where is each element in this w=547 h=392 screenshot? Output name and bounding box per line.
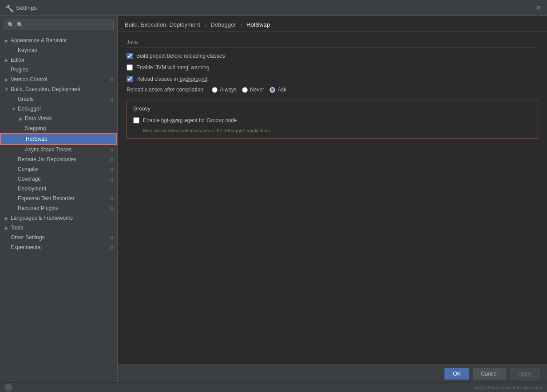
sidebar-item-version-control[interactable]: ▶ Version Control ⧉ (0, 75, 117, 84)
radio-option-ask[interactable]: Ask (270, 87, 286, 93)
copy-icon: ⧉ (110, 166, 114, 172)
copy-icon: ⧉ (110, 96, 114, 102)
sidebar-item-label: Languages & Frameworks (11, 215, 73, 221)
sidebar-item-plugins[interactable]: Plugins (0, 65, 117, 75)
radio-prefix: Reload classes after compilation: (127, 87, 205, 93)
sidebar-item-label: Other Settings (11, 234, 45, 241)
checkbox-label-groovy[interactable]: Enable hot-swap agent for Groovy code (143, 117, 237, 123)
sidebar-item-debugger[interactable]: ▼ Debugger (0, 104, 117, 114)
checkbox-reload[interactable] (127, 76, 133, 82)
checkbox-build[interactable] (127, 53, 133, 59)
expand-arrow (11, 96, 17, 102)
expand-arrow (11, 186, 17, 192)
sidebar-item-deployment[interactable]: Deployment (0, 184, 117, 194)
checkbox-jvm[interactable] (127, 64, 133, 71)
expand-arrow: ▶ (4, 57, 10, 63)
bottom-bar: OK Cancel Apply (118, 364, 547, 382)
checkbox-label-jvm[interactable]: Enable 'JVM will hang' warning (136, 64, 210, 71)
expand-arrow: ▶ (4, 76, 10, 83)
sidebar-item-stepping[interactable]: Stepping (0, 123, 117, 133)
sidebar-item-label: Gradle (18, 96, 34, 102)
checkbox-groovy[interactable] (133, 117, 139, 123)
expand-arrow (19, 136, 25, 142)
sidebar-item-async-stack[interactable]: Async Stack Traces ⧉ (0, 145, 117, 154)
groovy-section: Groovy Enable hot-swap agent for Groovy … (127, 100, 538, 139)
settings-content: Java Build project before reloading clas… (118, 32, 547, 364)
java-section-label: Java (127, 39, 538, 48)
checkbox-row-groovy: Enable hot-swap agent for Groovy code (133, 116, 531, 124)
search-box[interactable]: 🔍 (4, 20, 114, 30)
cancel-button[interactable]: Cancel (473, 368, 506, 380)
breadcrumb: Build, Execution, Deployment › Debugger … (118, 16, 547, 32)
sidebar-item-keymap[interactable]: Keymap (0, 45, 117, 55)
sidebar-item-label: Plugins (11, 67, 28, 73)
sidebar-item-label: Editor (11, 57, 24, 63)
status-help[interactable]: ? (4, 384, 12, 392)
sidebar-item-tools[interactable]: ▶ Tools (0, 223, 117, 233)
sidebar-item-label: Coverage (18, 176, 41, 182)
radio-never[interactable] (242, 87, 248, 93)
expand-arrow: ▶ (4, 215, 10, 221)
breadcrumb-sep1: › (204, 21, 206, 28)
status-bar: ? https://blog.csdn.net/onlySound (0, 382, 547, 392)
expand-arrow: ▶ (4, 37, 10, 44)
sidebar-item-label: Required Plugins (18, 205, 58, 211)
sidebar-item-label: Compiler (18, 166, 39, 172)
title-bar: 🔧 Settings ✕ (0, 0, 547, 16)
content-area: Build, Execution, Deployment › Debugger … (118, 16, 547, 382)
search-input[interactable] (17, 22, 110, 28)
close-button[interactable]: ✕ (535, 4, 542, 12)
sidebar-item-label: Deployment (18, 186, 46, 192)
expand-arrow: ▼ (4, 86, 10, 92)
sidebar-item-appearance[interactable]: ▶ Appearance & Behavior (0, 36, 117, 45)
sidebar-item-data-views[interactable]: ▶ Data Views (0, 114, 117, 123)
expand-arrow (18, 125, 24, 131)
window-title: Settings (16, 4, 37, 11)
radio-label-ask: Ask (277, 87, 286, 93)
expand-arrow (11, 205, 17, 211)
status-url: https://blog.csdn.net/onlySound (475, 385, 543, 390)
sidebar-item-build-exec[interactable]: ▼ Build, Execution, Deployment (0, 84, 117, 94)
sidebar-item-label: Async Stack Traces (25, 147, 71, 153)
expand-arrow: ▼ (11, 106, 17, 112)
radio-option-always[interactable]: Always (212, 87, 237, 93)
sidebar-item-espresso[interactable]: Espresso Test Recorder ⧉ (0, 194, 117, 203)
expand-arrow (18, 147, 24, 153)
sidebar-item-hotswap[interactable]: HotSwap (0, 133, 117, 145)
expand-arrow (11, 47, 17, 53)
groovy-hint: May cause serialization issues in the de… (143, 128, 531, 133)
sidebar-item-label: Data Views (25, 115, 52, 122)
sidebar-item-compiler[interactable]: Compiler ⧉ (0, 164, 117, 174)
sidebar-item-required-plugins[interactable]: Required Plugins ⧉ (0, 203, 117, 213)
sidebar-item-label: Keymap (18, 47, 37, 53)
sidebar-item-coverage[interactable]: Coverage ⧉ (0, 174, 117, 184)
sidebar-item-label: Remote Jar Repositories (18, 156, 76, 162)
radio-always[interactable] (212, 87, 218, 93)
sidebar-item-languages[interactable]: ▶ Languages & Frameworks (0, 213, 117, 223)
copy-icon: ⧉ (110, 196, 114, 202)
copy-icon: ⧉ (110, 176, 114, 182)
expand-arrow (11, 156, 17, 162)
sidebar-item-label: Experimental (11, 244, 42, 250)
sidebar-item-editor[interactable]: ▶ Editor (0, 55, 117, 65)
radio-option-never[interactable]: Never (242, 87, 264, 93)
checkbox-label-build[interactable]: Build project before reloading classes (136, 53, 225, 59)
apply-button[interactable]: Apply (510, 368, 540, 380)
groovy-section-label: Groovy (133, 106, 531, 112)
checkbox-label-reload[interactable]: Reload classes in background (136, 76, 207, 82)
main-layout: 🔍 ▶ Appearance & Behavior Keymap ▶ Edito… (0, 16, 547, 382)
sidebar-item-gradle[interactable]: Gradle ⧉ (0, 94, 117, 104)
radio-ask[interactable] (270, 87, 275, 93)
copy-icon: ⧉ (110, 245, 114, 250)
sidebar-item-experimental[interactable]: Experimental ⧉ (0, 242, 117, 252)
expand-arrow (11, 176, 17, 182)
copy-icon: ⧉ (110, 157, 114, 162)
sidebar-item-remote-jar[interactable]: Remote Jar Repositories ⧉ (0, 154, 117, 164)
sidebar-item-other-settings[interactable]: Other Settings ⧉ (0, 233, 117, 242)
checkbox-row-reload: Reload classes in background (127, 75, 538, 83)
ok-button[interactable]: OK (444, 368, 469, 380)
checkbox-row-jvm: Enable 'JVM will hang' warning (127, 63, 538, 71)
sidebar: 🔍 ▶ Appearance & Behavior Keymap ▶ Edito… (0, 16, 118, 382)
sidebar-item-label: HotSwap (26, 136, 48, 142)
expand-arrow (11, 166, 17, 172)
